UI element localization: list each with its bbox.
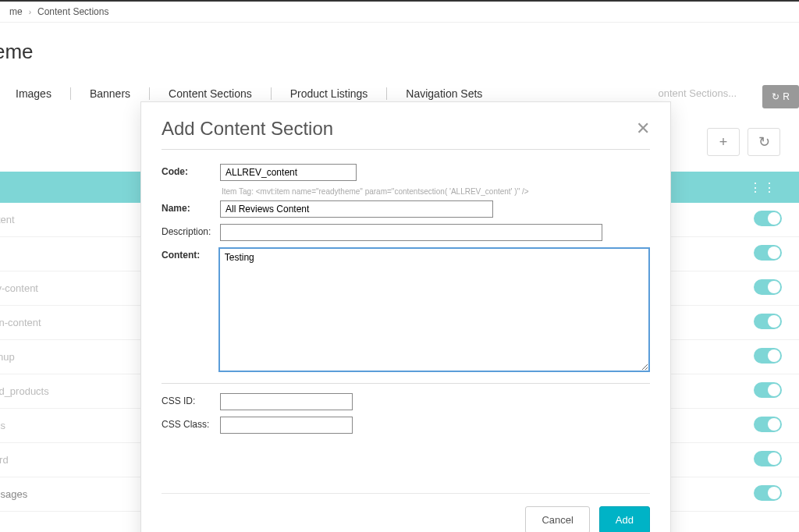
refresh-label: R xyxy=(783,91,790,102)
description-input[interactable] xyxy=(220,224,602,241)
breadcrumb-item-current[interactable]: Content Sections xyxy=(37,6,108,17)
code-input[interactable] xyxy=(220,164,357,181)
toggle-switch[interactable] xyxy=(754,485,782,501)
css-class-input[interactable] xyxy=(220,417,353,434)
page-title: eme xyxy=(0,40,799,64)
list-item-label: content xyxy=(0,214,15,225)
toggle-switch[interactable] xyxy=(754,348,782,364)
toggle-switch[interactable] xyxy=(754,211,782,226)
tab-divider xyxy=(149,87,150,100)
modal-title: Add Content Section xyxy=(162,118,333,140)
list-item-label: sword xyxy=(0,454,9,466)
breadcrumb: me › Content Sections xyxy=(0,2,799,23)
list-item-label: steps xyxy=(0,420,5,431)
toggle-switch[interactable] xyxy=(754,451,782,466)
name-label: Name: xyxy=(162,200,220,214)
toggle-switch[interactable] xyxy=(754,382,782,398)
list-item-label: Messages xyxy=(0,488,27,500)
tab-divider xyxy=(70,87,71,100)
tab-images[interactable]: Images xyxy=(0,84,67,109)
search-input-placeholder[interactable]: ontent Sections... xyxy=(659,87,737,99)
item-tag-text: Item Tag: <mvt:item name="readytheme" pa… xyxy=(222,187,650,196)
chevron-right-icon: › xyxy=(29,8,31,16)
code-label: Code: xyxy=(162,164,220,177)
list-item-label: -signup xyxy=(0,351,15,363)
tab-banners[interactable]: Banners xyxy=(74,84,146,109)
content-textarea[interactable] xyxy=(218,247,650,372)
cancel-button[interactable]: Cancel xyxy=(525,506,589,532)
refresh-icon: ↻ xyxy=(758,133,770,151)
toggle-switch[interactable] xyxy=(754,417,782,432)
list-item-label: tured_products xyxy=(0,385,49,397)
css-id-input[interactable] xyxy=(220,393,353,410)
add-button[interactable]: + xyxy=(707,128,740,156)
tab-divider xyxy=(386,87,387,100)
list-item-label: olicy-content xyxy=(0,282,38,294)
more-icon[interactable]: ⋮⋮ xyxy=(749,180,777,195)
toggle-switch[interactable] xyxy=(754,245,782,261)
add-button[interactable]: Add xyxy=(599,506,650,532)
refresh-icon: ↻ xyxy=(772,91,779,102)
css-class-label: CSS Class: xyxy=(162,417,220,430)
toggle-switch[interactable] xyxy=(754,314,782,329)
refresh-button[interactable]: ↻ R xyxy=(762,85,799,108)
list-item-label: eturn-content xyxy=(0,317,41,328)
description-label: Description: xyxy=(162,224,220,237)
toggle-switch[interactable] xyxy=(754,279,782,295)
name-input[interactable] xyxy=(220,200,493,218)
content-label: Content: xyxy=(162,247,218,261)
css-id-label: CSS ID: xyxy=(162,393,220,406)
refresh-list-button[interactable]: ↻ xyxy=(748,128,780,156)
add-content-section-modal: Add Content Section ✕ Code: Item Tag: <m… xyxy=(140,101,671,532)
tab-divider xyxy=(271,87,272,100)
close-icon[interactable]: ✕ xyxy=(636,119,650,139)
form-divider xyxy=(162,383,650,384)
plus-icon: + xyxy=(719,134,728,151)
breadcrumb-item-home[interactable]: me xyxy=(9,6,23,17)
